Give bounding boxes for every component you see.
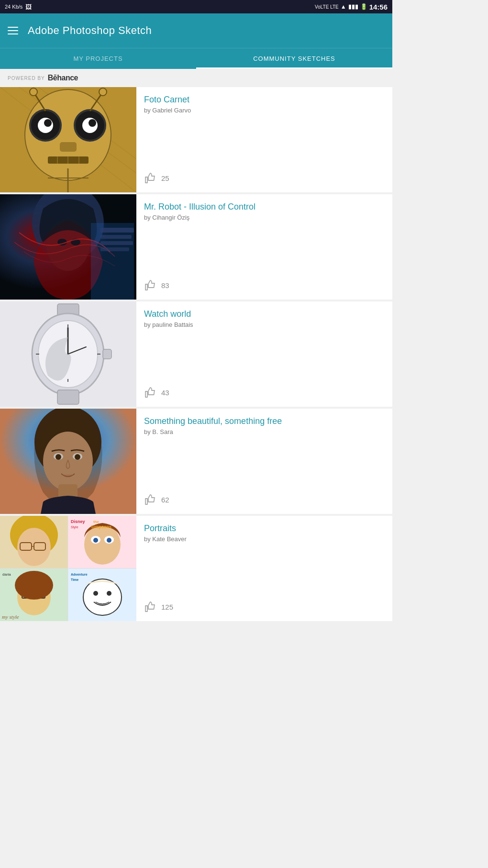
powered-by-bar: POWERED BY Bēhance [0,69,392,87]
likes-count-1: 25 [161,174,169,182]
sketch-title-3: Watch world [144,309,385,319]
sketch-info-2: Mr. Robot - Illusion of Control by Cihan… [136,194,392,300]
data-speed: 24 Kb/s [5,4,22,10]
tab-bar: MY PROJECTS COMMUNITY SKETCHES [0,48,392,69]
sketch-item-4[interactable]: Something beautiful, something free by B… [0,409,392,514]
svg-text:Time: Time [71,578,78,581]
powered-by-label: POWERED BY [8,76,45,81]
sketch-thumbnail-1 [0,87,136,192]
sketch-title-4: Something beautiful, something free [144,416,385,426]
like-icon-4[interactable] [144,493,157,506]
behance-logo: Bēhance [48,74,78,82]
svg-point-81 [107,591,111,596]
signal-label: VoLTE LTE [315,4,339,10]
svg-rect-43 [57,390,79,404]
sketch-author-1: by Gabriel Garvo [144,107,385,114]
likes-count-4: 62 [161,496,169,504]
sketch-title-5: Portraits [144,523,385,534]
likes-count-2: 83 [161,281,169,289]
sketch-likes-5: 125 [144,592,385,621]
svg-text:Simpsons: Simpsons [91,524,111,529]
tab-community-sketches[interactable]: COMMUNITY SKETCHES [196,48,392,69]
sketch-info-3: Watch world by pauline Battais 43 [136,301,392,407]
sketch-likes-4: 62 [144,485,385,514]
svg-point-80 [93,591,98,596]
svg-rect-36 [103,349,111,359]
sketch-thumbnail-2 [0,194,136,300]
svg-rect-27 [91,223,134,300]
sketch-info-4: Something beautiful, something free by B… [136,409,392,514]
sketch-likes-1: 25 [144,164,385,192]
app-bar: Adobe Photoshop Sketch [0,13,392,48]
svg-point-10 [89,119,96,127]
sketch-item-5[interactable]: Disney Style the Simpsons daria [0,516,392,621]
sketch-title-1: Foto Carnet [144,95,385,105]
hamburger-menu-icon[interactable] [8,27,18,34]
clock: 14:56 [369,3,388,11]
svg-rect-29 [100,235,132,239]
svg-text:Style: Style [71,525,78,529]
sketch-title-2: Mr. Robot - Illusion of Control [144,202,385,212]
like-icon-2[interactable] [144,278,157,292]
status-left: 24 Kb/s 🖼 [5,3,32,11]
svg-point-62 [84,524,121,565]
sketch-item-2[interactable]: Mr. Robot - Illusion of Control by Cihan… [0,194,392,300]
like-icon-1[interactable] [144,171,157,185]
svg-rect-31 [100,247,129,251]
sketch-info-1: Foto Carnet by Gabriel Garvo 25 [136,87,392,192]
like-icon-3[interactable] [144,386,157,399]
app-title: Adobe Photoshop Sketch [28,24,152,37]
svg-text:daria: daria [2,572,11,577]
svg-point-65 [93,538,98,543]
svg-point-79 [83,579,122,615]
svg-text:Adventure: Adventure [71,573,88,576]
tab-my-projects[interactable]: MY PROJECTS [0,48,196,69]
svg-text:the: the [93,520,100,524]
svg-rect-28 [100,228,134,233]
like-icon-5[interactable] [144,600,157,613]
sketch-author-4: by B. Sara [144,428,385,435]
likes-count-5: 125 [161,603,173,611]
sketch-author-5: by Kate Beaver [144,535,385,543]
svg-point-66 [107,538,111,543]
battery-icon: 🔋 [360,3,367,10]
status-bar: 24 Kb/s 🖼 VoLTE LTE ▲ ▮▮▮ 🔋 14:56 [0,0,392,13]
sketch-info-5: Portraits by Kate Beaver 125 [136,516,392,621]
svg-point-19 [99,88,107,96]
signal-bars: ▮▮▮ [348,3,358,10]
svg-text:Disney: Disney [71,519,85,524]
likes-count-3: 43 [161,389,169,397]
svg-text:my style: my style [2,614,19,620]
svg-point-18 [30,88,37,96]
wifi-icon: ▲ [341,3,346,10]
svg-point-7 [44,119,52,127]
sketch-likes-3: 43 [144,378,385,407]
status-right: VoLTE LTE ▲ ▮▮▮ 🔋 14:56 [315,3,388,11]
sketch-thumbnail-5: Disney Style the Simpsons daria [0,516,136,621]
sketch-item-3[interactable]: Watch world by pauline Battais 43 [0,301,392,407]
sketch-thumbnail-4 [0,409,136,514]
sketch-list: Foto Carnet by Gabriel Garvo 25 [0,87,392,622]
svg-rect-11 [60,142,77,152]
sketch-author-3: by pauline Battais [144,321,385,328]
screenshot-icon: 🖼 [25,3,32,11]
sketch-likes-2: 83 [144,271,385,300]
sketch-thumbnail-3 [0,301,136,407]
svg-point-75 [15,571,53,600]
sketch-item[interactable]: Foto Carnet by Gabriel Garvo 25 [0,87,392,192]
svg-rect-30 [100,241,133,245]
sketch-author-2: by Cihangir Öziş [144,214,385,221]
